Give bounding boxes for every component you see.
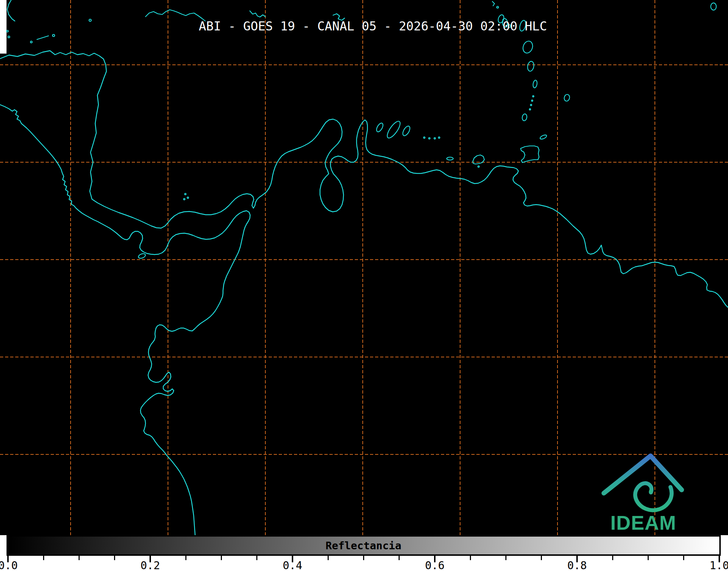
colorbar-minor-tick [114, 556, 115, 560]
island-outline [424, 137, 440, 139]
island-outline [37, 36, 49, 39]
island-outline [540, 135, 547, 139]
colorbar-minor-tick [79, 556, 80, 560]
colorbar-minor-tick [612, 556, 613, 560]
colorbar-minor-tick [399, 556, 400, 560]
island-outline [387, 121, 400, 138]
island-outline [30, 41, 32, 43]
page-title: ABI - GOES 19 - CANAL 05 - 2026-04-30 02… [199, 19, 547, 33]
island-outline [533, 80, 537, 88]
island-outline [376, 123, 383, 132]
colorbar-tick-label: 0.0 [0, 559, 18, 571]
island-outline [250, 11, 265, 17]
island-outline [7, 30, 10, 38]
island-outline [89, 19, 91, 21]
colorbar-minor-tick [648, 556, 649, 560]
island-outline [564, 95, 570, 101]
island-outline [473, 155, 484, 167]
island-outline [52, 34, 55, 37]
island-outline [7, 0, 15, 21]
island-outline [527, 61, 534, 71]
island-outline [138, 254, 145, 259]
coastline-path [0, 51, 728, 307]
island-outline [447, 157, 453, 160]
colorbar-minor-tick [505, 556, 506, 560]
satellite-product-viewport: ABI - GOES 19 - CANAL 05 - 2026-04-30 02… [0, 0, 728, 571]
colorbar-tick-label: 0.4 [283, 559, 302, 571]
colorbar-minor-tick [256, 556, 257, 560]
coastline-path [0, 105, 250, 535]
logo-spiral-eye-icon [649, 490, 652, 493]
colorbar-tick-label: 0.8 [567, 559, 587, 571]
island-outline [529, 96, 534, 110]
colorbar-minor-tick [363, 556, 364, 560]
ideam-logo [594, 447, 691, 520]
colorbar-tick-label: 0.2 [140, 559, 160, 571]
colorbar-region: Reflectancia 0.00.20.40.60.81.0 [0, 535, 728, 571]
colorbar-label: Reflectancia [325, 539, 401, 552]
colorbar-minor-tick [185, 556, 186, 560]
colorbar-minor-tick [43, 556, 44, 560]
image-edge-artifact [0, 0, 7, 54]
colorbar-minor-tick [221, 556, 222, 560]
island-outline [403, 126, 410, 136]
island-outline [711, 3, 716, 10]
colorbar-tick-label: 1.0 [710, 559, 728, 571]
colorbar-tick-label: 0.6 [425, 559, 445, 571]
logo-spiral-icon [635, 483, 672, 510]
colorbar-axis: 0.00.20.40.60.81.0 [0, 556, 728, 571]
colorbar-minor-tick [541, 556, 542, 560]
colorbar-minor-tick [470, 556, 471, 560]
island-outline [184, 193, 189, 200]
colorbar-minor-tick [683, 556, 684, 560]
colorbar-minor-tick [328, 556, 329, 560]
island-outline [492, 1, 498, 8]
island-outline [522, 114, 527, 121]
island-outline [146, 10, 205, 21]
ideam-logo-text: IDEAM [610, 511, 676, 534]
island-outline [521, 146, 539, 163]
island-outline [523, 41, 533, 53]
